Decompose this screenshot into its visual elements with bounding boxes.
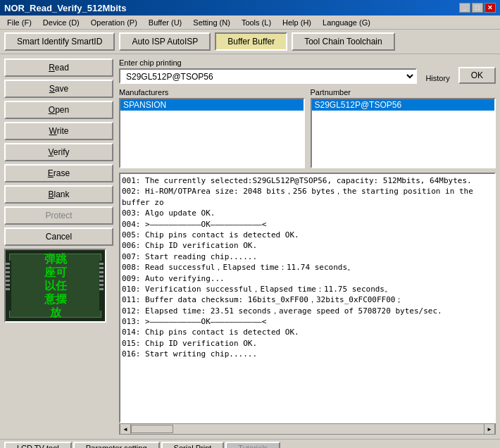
partnumber-section: Partnumber S29GL512P@TSOP56	[311, 88, 496, 168]
scroll-right-arrow[interactable]: ►	[484, 423, 495, 435]
history-label: History	[425, 74, 449, 82]
history-section: History	[425, 74, 449, 84]
partnumber-item[interactable]: S29GL512P@TSOP56	[312, 99, 495, 111]
log-line: 005: Chip pins contact is detected OK.	[122, 230, 493, 240]
log-line: 007: Start reading chip......	[122, 251, 493, 262]
log-line: 009: Auto verifying...	[122, 273, 493, 284]
serial-print-tab[interactable]: Serial Print	[161, 442, 225, 449]
cancel-button[interactable]: Cancel	[4, 228, 113, 246]
scroll-track	[131, 425, 484, 433]
menu-setting[interactable]: Setting (N)	[189, 18, 235, 27]
open-button[interactable]: Open	[4, 101, 113, 119]
log-line: 004: >———————————OK———————————<	[122, 219, 493, 230]
maximize-button[interactable]: □	[472, 3, 483, 13]
blank-button[interactable]: Blank	[4, 185, 113, 204]
lists-row: Manufacturers SPANSION Partnumber S29GL5…	[119, 88, 496, 168]
bottom-tabs: LCD TV tool Parameter setting Serial Pri…	[0, 439, 500, 448]
read-button[interactable]: Read	[4, 58, 113, 77]
log-line: 013: >———————————OK———————————<	[122, 316, 493, 327]
log-line: 006: Chip ID verification OK.	[122, 240, 493, 251]
enter-chip-label: Enter chip printing	[119, 58, 417, 67]
verify-button[interactable]: Verify	[4, 143, 113, 161]
log-area[interactable]: 001: The currently selected:S29GL512P@TS…	[119, 173, 496, 423]
log-line: 011: Buffer data checksum: 16bits_0xFF00…	[122, 294, 493, 305]
lcd-tv-tool-tab[interactable]: LCD TV tool	[4, 442, 72, 449]
right-panel: Enter chip printing S29GL512P@TSOP56 His…	[119, 58, 496, 435]
manufacturers-label: Manufacturers	[119, 88, 305, 97]
scroll-thumb[interactable]	[131, 425, 173, 433]
partnumber-label: Partnumber	[311, 88, 496, 97]
window-title: NOR_Read_Verify_512Mbits	[4, 3, 126, 13]
log-line: 014: Chip pins contact is detected OK.	[122, 327, 493, 337]
protect-button: Protect	[4, 206, 113, 225]
write-button[interactable]: Write	[4, 122, 113, 140]
log-line: 016: Start writing chip......	[122, 349, 493, 359]
top-toolbar: Smart Identify SmartID Auto ISP AutoISP …	[0, 30, 500, 54]
log-line: 001: The currently selected:S29GL512P@TS…	[122, 175, 493, 186]
chip-selection-row: Enter chip printing S29GL512P@TSOP56 His…	[119, 58, 496, 84]
log-line: 008: Read successful，Elapsed time：11.74 …	[122, 262, 493, 273]
left-panel: Read Save Open Write Verify Erase Blank …	[4, 58, 113, 435]
chip-row: S29GL512P@TSOP56	[119, 68, 417, 84]
menu-operation[interactable]: Operation (P)	[87, 18, 142, 27]
menu-bar: File (F) Device (D) Operation (P) Buffer…	[0, 15, 500, 30]
title-bar: NOR_Read_Verify_512Mbits _ □ ✕	[0, 0, 500, 15]
menu-help[interactable]: Help (H)	[278, 18, 315, 27]
menu-file[interactable]: File (F)	[3, 18, 36, 27]
title-controls: _ □ ✕	[459, 3, 496, 13]
manufacturers-list[interactable]: SPANSION	[119, 98, 305, 168]
chinese-text: 弹跳座可以任意摆放	[44, 252, 67, 320]
buffer-button[interactable]: Buffer Buffer	[215, 32, 287, 51]
log-line: 015: Chip ID verification OK.	[122, 338, 493, 349]
menu-tools[interactable]: Tools (L)	[237, 18, 275, 27]
menu-buffer[interactable]: Buffer (U)	[144, 18, 186, 27]
smart-id-button[interactable]: Smart Identify SmartID	[4, 32, 115, 51]
ok-button[interactable]: OK	[458, 67, 496, 84]
menu-device[interactable]: Device (D)	[39, 18, 84, 27]
erase-button[interactable]: Erase	[4, 164, 113, 182]
log-line: 012: Elapsed time: 23.51 seconds，average…	[122, 306, 493, 316]
chip-input-section: Enter chip printing S29GL512P@TSOP56	[119, 58, 417, 84]
auto-isp-button[interactable]: Auto ISP AutoISP	[119, 32, 211, 51]
chip-select[interactable]: S29GL512P@TSOP56	[119, 68, 417, 84]
horizontal-scrollbar[interactable]: ◄ ►	[119, 423, 496, 435]
close-button[interactable]: ✕	[485, 3, 496, 13]
main-content: Read Save Open Write Verify Erase Blank …	[0, 54, 500, 439]
tutorials-tab: Tutorials	[225, 442, 280, 449]
parameter-setting-tab[interactable]: Parameter setting	[73, 442, 160, 449]
log-line: 002: Hi-ROM/OTPArea size: 2048 bits，256 …	[122, 186, 493, 208]
scroll-left-arrow[interactable]: ◄	[120, 423, 131, 435]
minimize-button[interactable]: _	[459, 3, 470, 13]
chip-image: 弹跳座可以任意摆放	[4, 249, 106, 323]
tool-chain-button[interactable]: Tool Chain Toolchain	[292, 32, 395, 51]
manufacturers-section: Manufacturers SPANSION	[119, 88, 305, 168]
log-line: 010: Verification successful，Elapsed tim…	[122, 284, 493, 294]
partnumber-list[interactable]: S29GL512P@TSOP56	[311, 98, 496, 168]
manufacturer-item[interactable]: SPANSION	[120, 99, 304, 111]
log-area-container: 001: The currently selected:S29GL512P@TS…	[119, 173, 496, 435]
log-line: 003: Algo update OK.	[122, 208, 493, 218]
menu-language[interactable]: Language (G)	[318, 18, 375, 27]
save-button[interactable]: Save	[4, 80, 113, 98]
